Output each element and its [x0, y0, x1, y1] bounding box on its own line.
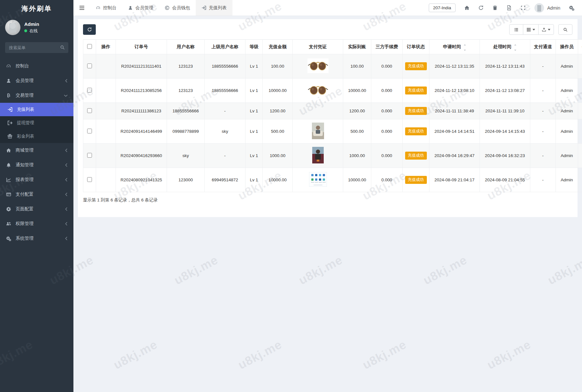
user-icon	[6, 78, 11, 83]
sidebar-item-dashboard[interactable]: 控制台	[0, 59, 73, 73]
avatar[interactable]	[5, 20, 20, 35]
cell-process_time: 2024-11-11 11:39:10	[480, 103, 530, 119]
cell-order_no: R2024090416293660	[116, 144, 167, 168]
column-header-amount: 充值金额	[263, 40, 293, 54]
person-photo-light-image[interactable]	[312, 123, 324, 139]
sidebar-search	[5, 42, 68, 53]
card-icon	[6, 192, 11, 197]
cell-user: 123000	[167, 168, 205, 192]
cell-order_no: R2024080921041325	[116, 168, 167, 192]
table-row: R202408092104132512300069949514872Lv 110…	[83, 168, 582, 192]
tab-recharge[interactable]: 充值列表	[196, 0, 232, 16]
cell-operator: Admin	[556, 54, 578, 79]
column-header-process_time[interactable]: 处理时间	[480, 40, 530, 54]
sidebar-item-payconf[interactable]: 支付配置	[0, 187, 73, 202]
navbar-user-name: Admin	[547, 5, 560, 11]
person-photo-dark-image[interactable]	[312, 147, 324, 163]
app-screenshot-image[interactable]	[309, 172, 327, 187]
chevron-left-icon	[65, 148, 68, 152]
trash-icon[interactable]	[492, 5, 498, 11]
signout-icon	[7, 120, 13, 125]
cell-status: 充值成功	[403, 168, 429, 192]
column-header-parent: 上级用户名称	[205, 40, 246, 54]
row-checkbox[interactable]	[87, 129, 92, 133]
tab-dashboard[interactable]: 控制台	[90, 0, 122, 16]
country-selector[interactable]: 207-India	[429, 4, 456, 12]
sidebar-item-mall[interactable]: 商城管理	[0, 143, 73, 158]
cell-channel: -	[530, 144, 556, 168]
cell-remark	[578, 168, 582, 192]
cell-process_time: 2024-08-09 21:04:55	[480, 168, 530, 192]
column-header-apply_time[interactable]: 申请时间	[429, 40, 480, 54]
row-checkbox[interactable]	[87, 153, 92, 158]
dashboard-icon	[96, 5, 101, 10]
home-icon[interactable]	[464, 5, 470, 11]
wallet-icon	[165, 5, 170, 10]
sidebar-item-report[interactable]: 报表管理	[0, 172, 73, 187]
sidebar-item-label: 页面配置	[16, 206, 34, 212]
table-toolbar	[83, 24, 572, 35]
sidebar-item-members[interactable]: 会员管理	[0, 73, 73, 88]
search-button[interactable]	[558, 24, 572, 35]
sidebar-item-perm[interactable]: 权限管理	[0, 216, 73, 231]
gift-icon	[7, 134, 13, 139]
select-all-checkbox-cell	[83, 40, 96, 54]
status-badge: 充值成功	[405, 87, 427, 94]
cell-amount: 100.00	[263, 54, 293, 79]
status-badge: 充值成功	[405, 107, 427, 115]
sidebar-item-pageconf[interactable]: 页面配置	[0, 202, 73, 216]
user-name: Admin	[24, 21, 39, 27]
tab-wallet[interactable]: 会员钱包	[159, 0, 196, 16]
sidebar-item-label: 控制台	[16, 63, 29, 69]
row-checkbox[interactable]	[87, 88, 92, 93]
cell-level: Lv 1	[246, 54, 263, 79]
column-header-voucher: 支付凭证	[293, 40, 343, 54]
fullscreen-icon[interactable]	[520, 5, 526, 11]
refresh-table-button[interactable]	[83, 24, 96, 35]
sunglasses-image[interactable]	[307, 83, 329, 97]
cell-level: Lv 1	[246, 103, 263, 119]
sidebar-item-system[interactable]: 系统管理	[0, 231, 73, 246]
row-checkbox[interactable]	[87, 108, 92, 113]
row-checkbox[interactable]	[87, 177, 92, 182]
settings-gears-icon[interactable]	[569, 5, 574, 11]
gear-icon	[6, 207, 11, 212]
select-all-checkbox[interactable]	[87, 44, 92, 49]
tab-label: 会员管理	[135, 5, 153, 11]
refresh-icon[interactable]	[478, 5, 484, 11]
sidebar-item-withdraw[interactable]: 提现管理	[0, 116, 73, 130]
content-card: 操作订单号用户名称上级用户名称等级充值金额支付凭证实际到账三方手续费订单状态申请…	[78, 19, 578, 217]
table-row: R202411121311140112312318855556666Lv 110…	[83, 54, 582, 79]
sidebar-item-trade[interactable]: 交易管理	[0, 88, 73, 103]
sidebar-item-notice[interactable]: 通知管理	[0, 158, 73, 172]
nav-tabs: 控制台会员管理会员钱包充值列表	[90, 0, 232, 16]
cell-parent: -	[205, 103, 246, 119]
bell-icon	[6, 162, 11, 168]
view-button-group	[509, 24, 554, 35]
cell-fee: 0.000	[371, 119, 403, 144]
navbar-user-menu[interactable]: Admin	[534, 3, 560, 13]
columns-dropdown-button[interactable]	[523, 24, 539, 35]
sidebar-item-bonus[interactable]: 彩金列表	[0, 130, 73, 143]
sidebar-item-label: 系统管理	[16, 236, 34, 241]
sidebar-item-label: 支付配置	[16, 192, 34, 197]
toggle-view-button[interactable]	[509, 24, 523, 35]
document-icon[interactable]	[506, 5, 512, 11]
cell-amount: 1000.00	[263, 144, 293, 168]
cell-user: 18855556666	[167, 103, 205, 119]
menu-search-input[interactable]	[5, 42, 68, 53]
status-badge: 充值成功	[405, 152, 427, 160]
export-dropdown-button[interactable]	[538, 24, 554, 35]
hamburger-menu-icon[interactable]	[73, 0, 90, 16]
bitcoin-icon	[6, 93, 11, 98]
cell-remark	[578, 144, 582, 168]
user-status: 在线	[24, 28, 39, 34]
cell-status: 充值成功	[403, 144, 429, 168]
main-area: 控制台会员管理会员钱包充值列表 207-India Admin	[73, 0, 582, 392]
tab-label: 充值列表	[209, 5, 227, 11]
row-checkbox[interactable]	[87, 64, 92, 68]
sidebar-item-recharge[interactable]: 充值列表	[0, 103, 73, 116]
sunglasses-image[interactable]	[307, 58, 329, 73]
tab-label: 控制台	[103, 5, 117, 11]
tab-members[interactable]: 会员管理	[122, 0, 159, 16]
